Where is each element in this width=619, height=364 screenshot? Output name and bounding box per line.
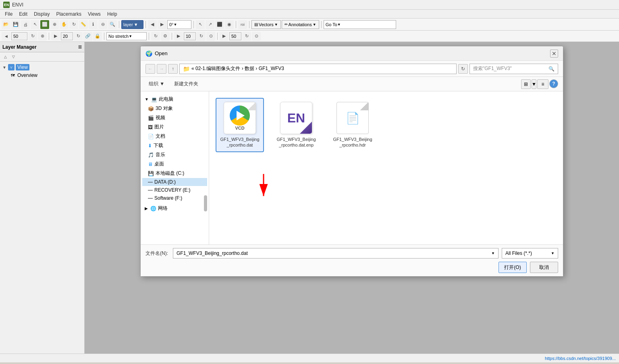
tree-disk-e[interactable]: — RECOVERY (E:) <box>142 186 207 194</box>
sep-t2-3 <box>149 33 149 40</box>
3d-icon: 📦 <box>148 106 154 112</box>
view-large-icons-button[interactable]: ⊞ <box>521 79 531 89</box>
scrollbar-thumb[interactable] <box>204 195 207 211</box>
organize-button[interactable]: 组织 ▼ <box>145 79 168 89</box>
layer-panel-collapse-btn[interactable]: ≡ <box>78 43 82 51</box>
menu-edit[interactable]: Edit <box>16 10 31 18</box>
tree-disk-c[interactable]: 💾 本地磁盘 (C:) <box>142 169 207 178</box>
tree-network[interactable]: ▶ 🌐 网络 <box>142 204 207 213</box>
last-circle-btn[interactable]: ⊙ <box>252 32 261 41</box>
tree-disk-f[interactable]: — Software (F:) <box>142 194 207 202</box>
disk-d-label: DATA (D:) <box>154 179 176 185</box>
cancel-button[interactable]: 取消 <box>530 262 558 273</box>
expand-up-btn[interactable]: △ <box>2 53 9 60</box>
dialog-close-button[interactable]: ✕ <box>550 50 558 58</box>
tree-this-pc[interactable]: ▼ 💻 此电脑 <box>142 95 207 104</box>
help-button[interactable]: ? <box>549 79 558 88</box>
expand-arrow: ▼ <box>145 97 149 101</box>
tree-docs[interactable]: 📄 文档 <box>142 132 207 141</box>
measure-button[interactable]: 📏 <box>79 20 88 29</box>
print-button[interactable]: 🖨 <box>21 20 30 29</box>
nav-search-bar[interactable]: 搜索"GF1_WFV3" 🔍 <box>469 64 558 74</box>
nav-up-button[interactable]: ↑ <box>168 64 178 74</box>
zoom-value-3: 10 <box>184 32 196 40</box>
sep-t2-5 <box>217 33 218 40</box>
stretch-settings-btn[interactable]: ⚙ <box>161 32 170 41</box>
view-details-button[interactable]: ≡ <box>537 79 548 89</box>
overview-label: Overview <box>17 72 37 78</box>
tree-downloads[interactable]: ⬇ 下载 <box>142 141 207 150</box>
zoom-combo[interactable]: 0° ▼ <box>167 20 191 29</box>
nav-back-button[interactable]: ← <box>145 64 155 74</box>
new-folder-button[interactable]: 新建文件夹 <box>171 79 201 89</box>
view-label: View <box>16 64 29 70</box>
filetype-select[interactable]: All Files (*.*) ▼ <box>502 248 558 259</box>
vectors-button[interactable]: ▤ Vectors ▼ <box>251 20 281 29</box>
zoom-fit-btn2[interactable]: ⊕ <box>38 32 47 41</box>
zoom-in-button[interactable]: ⊕ <box>50 20 59 29</box>
tree-item-overview[interactable]: 🗺 Overview <box>2 71 83 79</box>
menu-display[interactable]: Display <box>31 10 53 18</box>
pointer-button[interactable]: ↖ <box>31 20 39 29</box>
save-button[interactable]: 💾 <box>11 20 20 29</box>
layer-dropdown[interactable]: layer ▼ <box>121 20 143 29</box>
file-item-dat[interactable]: VCD GF1_WFV3_Beijing_rpcortho.dat <box>216 98 264 152</box>
select-button[interactable]: ⬜ <box>40 20 49 29</box>
rotate-button[interactable]: ↻ <box>69 20 78 29</box>
anim-stop-btn[interactable]: ⊙ <box>206 32 215 41</box>
layer-panel: Layer Manager ≡ △ ▽ ▼ V View 🗺 Overview <box>0 42 85 354</box>
menu-file[interactable]: File <box>2 10 16 18</box>
menu-views[interactable]: Views <box>85 10 104 18</box>
tree-desktop[interactable]: 🖥 桌面 <box>142 159 207 169</box>
link-btn[interactable]: 🔗 <box>83 32 92 41</box>
roi-btn[interactable]: roi <box>238 20 247 29</box>
refresh-nav-button[interactable]: ↻ <box>458 64 468 74</box>
images-icon: 🖼 <box>148 124 153 130</box>
refresh-btn1[interactable]: ↻ <box>28 32 37 41</box>
zoom-fit-btn[interactable]: ◀ <box>2 32 10 41</box>
tree-music[interactable]: 🎵 音乐 <box>142 150 207 159</box>
zoom-out-button[interactable]: ⊖ <box>98 20 107 29</box>
menu-help[interactable]: Help <box>104 10 120 18</box>
zoom-region-button[interactable]: 🔍 <box>108 20 117 29</box>
last-refresh-btn[interactable]: ↻ <box>242 32 251 41</box>
nav-path-bar[interactable]: 📁 « 02-1.编辑图像头文件 › 数据 › GF1_WFV3 <box>179 64 457 74</box>
menu-placemarks[interactable]: Placemarks <box>53 10 85 18</box>
separator2 <box>145 21 146 28</box>
open-file-button[interactable]: 📂 <box>2 20 10 29</box>
filename-input[interactable]: GF1_WFV3_Beijing_rpcortho.dat ▼ <box>173 248 499 259</box>
annotations-button[interactable]: ✏ Annotations ▼ <box>282 20 319 29</box>
refresh-btn2[interactable]: ↻ <box>74 32 83 41</box>
tree-3d[interactable]: 📦 3D 对象 <box>142 104 207 113</box>
forward-btn[interactable]: ▶ <box>51 32 60 41</box>
nav-btn3[interactable]: ⬛ <box>215 20 224 29</box>
prev-button[interactable]: ◀ <box>148 20 157 29</box>
tree-disk-d[interactable]: — DATA (D:) <box>142 178 207 186</box>
search-placeholder-text: 搜索"GF1_WFV3" <box>473 65 512 72</box>
next-button[interactable]: ▶ <box>158 20 166 29</box>
nav-btn2[interactable]: ↗ <box>206 20 214 29</box>
downloads-label: 下载 <box>154 142 163 149</box>
separator3 <box>193 21 194 28</box>
info-button[interactable]: ℹ <box>89 20 98 29</box>
open-button[interactable]: 打开(O) <box>499 262 527 273</box>
nav-btn4[interactable]: ◉ <box>225 20 234 29</box>
file-item-enp[interactable]: EN GF1_WFV3_Beijing_rpcortho.dat.enp <box>272 98 320 152</box>
stretch-refresh-btn[interactable]: ↻ <box>151 32 160 41</box>
layer-panel-title: Layer Manager <box>2 44 37 50</box>
anim-refresh-btn[interactable]: ↻ <box>197 32 206 41</box>
file-item-hdr[interactable]: 📄 GF1_WFV3_Beijing_rpcortho.hdr <box>328 98 377 152</box>
tree-video[interactable]: 🎬 视频 <box>142 113 207 122</box>
stretch-combo[interactable]: No stretch ▼ <box>106 32 147 40</box>
lock-btn[interactable]: 🔒 <box>93 32 102 41</box>
right-arrow-btn[interactable]: ▶ <box>220 32 228 41</box>
tree-item-view[interactable]: ▼ V View <box>2 63 83 71</box>
pan-button[interactable]: ✋ <box>60 20 69 29</box>
view-dropdown-button[interactable]: ▼ <box>532 79 536 89</box>
tree-images[interactable]: 🖼 图片 <box>142 122 207 132</box>
nav-btn1[interactable]: ↖ <box>196 20 205 29</box>
collapse-down-btn[interactable]: ▽ <box>10 53 17 60</box>
nav-forward-button[interactable]: → <box>157 64 166 74</box>
anim-btn[interactable]: ▶ <box>174 32 183 41</box>
goto-combo[interactable]: Go To ▼ <box>324 20 396 29</box>
